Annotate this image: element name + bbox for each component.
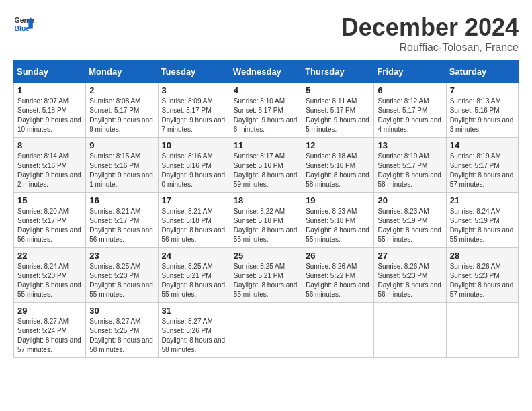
day-info: Sunrise: 8:25 AM Sunset: 5:21 PM Dayligh… [234, 262, 298, 300]
calendar-cell: 17 Sunrise: 8:21 AM Sunset: 5:18 PM Dayl… [158, 193, 230, 248]
day-number: 18 [234, 195, 298, 205]
day-info: Sunrise: 8:21 AM Sunset: 5:17 PM Dayligh… [89, 207, 154, 244]
calendar-cell: 3 Sunrise: 8:09 AM Sunset: 5:17 PM Dayli… [158, 83, 230, 138]
calendar-cell: 29 Sunrise: 8:27 AM Sunset: 5:24 PM Dayl… [14, 303, 86, 358]
day-info: Sunrise: 8:26 AM Sunset: 5:23 PM Dayligh… [378, 262, 442, 300]
day-info: Sunrise: 8:24 AM Sunset: 5:20 PM Dayligh… [17, 262, 82, 300]
header-sunday: Sunday [14, 61, 86, 83]
day-info: Sunrise: 8:24 AM Sunset: 5:19 PM Dayligh… [450, 207, 515, 244]
header-thursday: Thursday [302, 61, 374, 83]
day-number: 28 [450, 250, 515, 261]
day-number: 15 [17, 195, 82, 205]
calendar-cell [446, 303, 518, 358]
header-tuesday: Tuesday [158, 61, 230, 83]
day-number: 22 [17, 250, 82, 261]
calendar-cell: 30 Sunrise: 8:27 AM Sunset: 5:25 PM Dayl… [86, 303, 158, 358]
day-number: 23 [89, 250, 154, 261]
day-info: Sunrise: 8:14 AM Sunset: 5:16 PM Dayligh… [17, 152, 82, 189]
day-info: Sunrise: 8:27 AM Sunset: 5:26 PM Dayligh… [162, 317, 226, 355]
calendar-cell: 25 Sunrise: 8:25 AM Sunset: 5:21 PM Dayl… [230, 248, 302, 303]
calendar-cell: 9 Sunrise: 8:15 AM Sunset: 5:16 PM Dayli… [86, 138, 158, 193]
calendar-cell: 16 Sunrise: 8:21 AM Sunset: 5:17 PM Dayl… [86, 193, 158, 248]
day-info: Sunrise: 8:27 AM Sunset: 5:25 PM Dayligh… [89, 317, 154, 355]
calendar-cell: 20 Sunrise: 8:23 AM Sunset: 5:19 PM Dayl… [374, 193, 446, 248]
location-title: Rouffiac-Tolosan, France [341, 42, 519, 54]
calendar-cell [230, 303, 302, 358]
day-info: Sunrise: 8:15 AM Sunset: 5:16 PM Dayligh… [89, 152, 154, 189]
calendar-cell: 31 Sunrise: 8:27 AM Sunset: 5:26 PM Dayl… [158, 303, 230, 358]
day-number: 5 [306, 85, 370, 95]
day-number: 1 [17, 85, 82, 95]
calendar-cell: 26 Sunrise: 8:26 AM Sunset: 5:22 PM Dayl… [302, 248, 374, 303]
calendar-row: 1 Sunrise: 8:07 AM Sunset: 5:18 PM Dayli… [14, 83, 519, 138]
day-info: Sunrise: 8:13 AM Sunset: 5:16 PM Dayligh… [450, 97, 515, 134]
day-info: Sunrise: 8:12 AM Sunset: 5:17 PM Dayligh… [378, 97, 442, 134]
day-number: 27 [378, 250, 442, 261]
day-number: 14 [450, 140, 515, 150]
calendar-cell: 6 Sunrise: 8:12 AM Sunset: 5:17 PM Dayli… [374, 83, 446, 138]
day-number: 9 [89, 140, 154, 150]
calendar-cell: 27 Sunrise: 8:26 AM Sunset: 5:23 PM Dayl… [374, 248, 446, 303]
calendar-cell: 14 Sunrise: 8:19 AM Sunset: 5:17 PM Dayl… [446, 138, 518, 193]
calendar-cell: 18 Sunrise: 8:22 AM Sunset: 5:18 PM Dayl… [230, 193, 302, 248]
day-info: Sunrise: 8:20 AM Sunset: 5:17 PM Dayligh… [17, 207, 82, 244]
day-number: 20 [378, 195, 442, 205]
day-number: 30 [89, 306, 154, 316]
calendar-cell: 13 Sunrise: 8:19 AM Sunset: 5:17 PM Dayl… [374, 138, 446, 193]
svg-text:Blue: Blue [15, 25, 30, 32]
day-info: Sunrise: 8:21 AM Sunset: 5:18 PM Dayligh… [162, 207, 226, 244]
calendar-cell: 24 Sunrise: 8:25 AM Sunset: 5:21 PM Dayl… [158, 248, 230, 303]
calendar-cell: 10 Sunrise: 8:16 AM Sunset: 5:16 PM Dayl… [158, 138, 230, 193]
day-info: Sunrise: 8:09 AM Sunset: 5:17 PM Dayligh… [162, 97, 226, 134]
day-info: Sunrise: 8:27 AM Sunset: 5:24 PM Dayligh… [17, 317, 82, 355]
header: General Blue December 2024 Rouffiac-Tolo… [13, 13, 519, 54]
day-number: 3 [162, 85, 226, 95]
day-number: 25 [234, 250, 298, 261]
day-info: Sunrise: 8:07 AM Sunset: 5:18 PM Dayligh… [17, 97, 82, 134]
day-info: Sunrise: 8:17 AM Sunset: 5:16 PM Dayligh… [234, 152, 298, 189]
calendar-cell: 19 Sunrise: 8:23 AM Sunset: 5:18 PM Dayl… [302, 193, 374, 248]
logo-icon: General Blue [13, 13, 35, 35]
calendar-table: Sunday Monday Tuesday Wednesday Thursday… [13, 60, 519, 358]
calendar-cell: 5 Sunrise: 8:11 AM Sunset: 5:17 PM Dayli… [302, 83, 374, 138]
day-number: 11 [234, 140, 298, 150]
calendar-cell: 1 Sunrise: 8:07 AM Sunset: 5:18 PM Dayli… [14, 83, 86, 138]
calendar-cell: 28 Sunrise: 8:26 AM Sunset: 5:23 PM Dayl… [446, 248, 518, 303]
calendar-cell [374, 303, 446, 358]
day-number: 29 [17, 306, 82, 316]
day-info: Sunrise: 8:19 AM Sunset: 5:17 PM Dayligh… [450, 152, 515, 189]
day-info: Sunrise: 8:26 AM Sunset: 5:22 PM Dayligh… [306, 262, 370, 300]
day-number: 21 [450, 195, 515, 205]
day-info: Sunrise: 8:16 AM Sunset: 5:16 PM Dayligh… [162, 152, 226, 189]
day-info: Sunrise: 8:10 AM Sunset: 5:17 PM Dayligh… [234, 97, 298, 134]
calendar-cell: 21 Sunrise: 8:24 AM Sunset: 5:19 PM Dayl… [446, 193, 518, 248]
day-number: 19 [306, 195, 370, 205]
calendar-cell: 23 Sunrise: 8:25 AM Sunset: 5:20 PM Dayl… [86, 248, 158, 303]
day-number: 26 [306, 250, 370, 261]
calendar-cell: 15 Sunrise: 8:20 AM Sunset: 5:17 PM Dayl… [14, 193, 86, 248]
calendar-cell: 8 Sunrise: 8:14 AM Sunset: 5:16 PM Dayli… [14, 138, 86, 193]
calendar-cell [302, 303, 374, 358]
calendar-row: 8 Sunrise: 8:14 AM Sunset: 5:16 PM Dayli… [14, 138, 519, 193]
day-number: 16 [89, 195, 154, 205]
month-title: December 2024 [341, 13, 519, 42]
day-number: 2 [89, 85, 154, 95]
day-number: 6 [378, 85, 442, 95]
day-info: Sunrise: 8:19 AM Sunset: 5:17 PM Dayligh… [378, 152, 442, 189]
day-number: 8 [17, 140, 82, 150]
calendar-cell: 4 Sunrise: 8:10 AM Sunset: 5:17 PM Dayli… [230, 83, 302, 138]
day-info: Sunrise: 8:25 AM Sunset: 5:21 PM Dayligh… [162, 262, 226, 300]
day-number: 17 [162, 195, 226, 205]
title-area: December 2024 Rouffiac-Tolosan, France [341, 13, 519, 54]
calendar-cell: 12 Sunrise: 8:18 AM Sunset: 5:16 PM Dayl… [302, 138, 374, 193]
calendar-row: 29 Sunrise: 8:27 AM Sunset: 5:24 PM Dayl… [14, 303, 519, 358]
day-number: 31 [162, 306, 226, 316]
day-number: 13 [378, 140, 442, 150]
header-friday: Friday [374, 61, 446, 83]
day-info: Sunrise: 8:08 AM Sunset: 5:17 PM Dayligh… [89, 97, 154, 134]
day-info: Sunrise: 8:11 AM Sunset: 5:17 PM Dayligh… [306, 97, 370, 134]
calendar-row: 15 Sunrise: 8:20 AM Sunset: 5:17 PM Dayl… [14, 193, 519, 248]
calendar-cell: 2 Sunrise: 8:08 AM Sunset: 5:17 PM Dayli… [86, 83, 158, 138]
day-info: Sunrise: 8:18 AM Sunset: 5:16 PM Dayligh… [306, 152, 370, 189]
weekday-header-row: Sunday Monday Tuesday Wednesday Thursday… [14, 61, 519, 83]
